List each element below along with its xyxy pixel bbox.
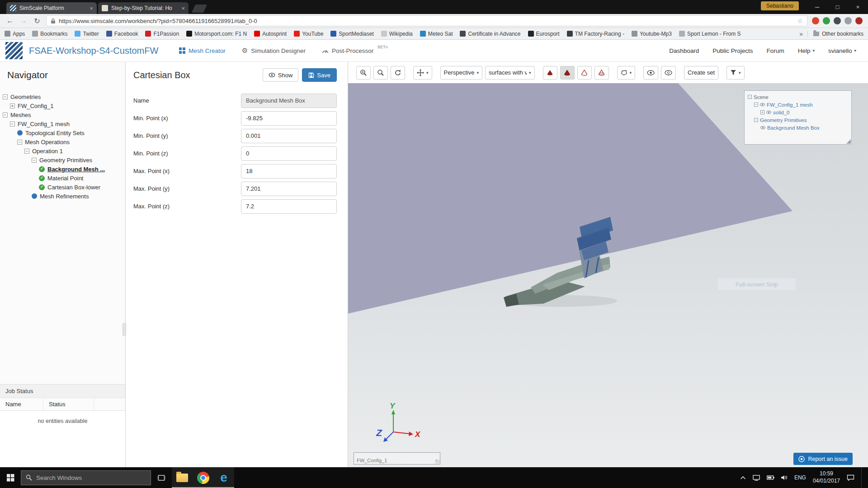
resize-handle[interactable] — [846, 139, 851, 144]
bookmarks-overflow-icon[interactable]: » — [795, 30, 807, 38]
report-issue-button[interactable]: Report an issue — [793, 453, 853, 465]
taskbar-clock[interactable]: 10:59 04/01/2017 — [813, 470, 840, 484]
bookmark-item[interactable]: Wikipedia — [381, 31, 413, 37]
scene-tree-item[interactable]: Background Mesh Box — [745, 124, 851, 131]
other-bookmarks-button[interactable]: Other bookmarks — [807, 31, 863, 37]
panel-resize-handle[interactable] — [123, 323, 126, 336]
render-wireframe-button[interactable] — [594, 66, 609, 80]
bookmark-item[interactable]: Meteo Sat — [420, 31, 453, 37]
hide-selection-button[interactable] — [643, 66, 658, 80]
tab-close-icon[interactable]: × — [90, 5, 93, 12]
render-mode-dropdown[interactable]: surfaces with v ▾ — [485, 66, 535, 80]
tree-item[interactable]: Meshes — [0, 110, 125, 119]
tree-item[interactable]: FW_Config_1 — [0, 101, 125, 110]
zoom-in-button[interactable] — [356, 66, 371, 80]
scene-tree-item[interactable]: FW_Config_1 mesh — [745, 101, 851, 108]
scene-tree-item[interactable]: solid_0 — [745, 108, 851, 116]
expander-icon[interactable] — [17, 140, 22, 145]
help-menu[interactable]: Help ▾ — [798, 47, 815, 54]
tree-item[interactable]: Topological Entity Sets — [0, 128, 125, 137]
tree-item[interactable]: Background Mesh ... — [0, 164, 125, 174]
tree-item[interactable]: Cartesian Box-lower — [0, 183, 125, 192]
save-button[interactable]: Save — [302, 68, 337, 82]
action-center-icon[interactable] — [847, 474, 854, 481]
tree-item[interactable]: FW_Config_1 mesh — [0, 119, 125, 128]
header-link[interactable]: Forum — [767, 47, 784, 54]
refresh-button[interactable] — [391, 66, 405, 80]
show-desktop-button[interactable] — [861, 467, 863, 488]
create-set-button[interactable]: Create set — [684, 66, 718, 80]
chrome-taskbar-button[interactable] — [193, 467, 213, 488]
visibility-eye-icon[interactable] — [766, 111, 771, 114]
edge-taskbar-button[interactable]: e — [213, 467, 234, 488]
bookmark-item[interactable]: YouTube — [294, 31, 323, 37]
volume-icon[interactable] — [781, 475, 788, 480]
close-button[interactable]: × — [848, 0, 868, 14]
show-button[interactable]: Show — [263, 68, 299, 82]
field-input[interactable] — [241, 94, 337, 108]
scene-tree-item[interactable]: Scene — [745, 93, 851, 101]
bookmark-item[interactable]: Youtube-Mp3 — [632, 31, 672, 37]
expander-icon[interactable] — [748, 95, 752, 99]
back-icon[interactable]: ← — [5, 17, 14, 25]
expander-icon[interactable] — [3, 94, 8, 99]
bookmark-item[interactable]: Eurosport — [528, 31, 560, 37]
selection-mode-dropdown[interactable]: ▾ — [617, 66, 636, 80]
bookmark-item[interactable]: Motorsport.com: F1 N — [186, 31, 247, 37]
field-input[interactable] — [241, 129, 337, 143]
filter-dropdown[interactable]: ▾ — [726, 66, 745, 80]
visibility-eye-icon[interactable] — [760, 126, 765, 129]
field-input[interactable] — [241, 199, 337, 214]
tree-item[interactable]: Geometries — [0, 92, 125, 101]
bookmark-item[interactable]: F1Passion — [145, 31, 179, 37]
header-link[interactable]: Public Projects — [712, 47, 753, 54]
tree-item[interactable]: Mesh Operations — [0, 137, 125, 146]
projection-dropdown[interactable]: Perspective ▾ — [440, 66, 482, 80]
bookmark-item[interactable]: Apps — [5, 31, 25, 37]
reload-icon[interactable]: ↻ — [33, 17, 42, 25]
visibility-eye-icon[interactable] — [760, 103, 765, 106]
render-outline-button[interactable] — [577, 66, 592, 80]
bookmark-item[interactable]: Facebook — [106, 31, 138, 37]
bookmark-item[interactable]: Bookmarks — [32, 31, 67, 37]
expander-icon[interactable] — [754, 103, 758, 107]
tree-item[interactable]: Geometry Primitives — [0, 155, 125, 164]
taskbar-search[interactable]: Search Windows — [21, 470, 151, 485]
tray-expand-icon[interactable] — [740, 476, 746, 480]
bookmark-item[interactable]: Twitter — [75, 31, 99, 37]
expander-icon[interactable] — [24, 149, 29, 154]
bookmark-item[interactable]: Certificate in Advance — [460, 31, 520, 37]
expander-icon[interactable] — [3, 113, 8, 117]
simscale-logo[interactable] — [5, 42, 23, 59]
zoom-fit-button[interactable] — [373, 66, 388, 80]
tab-post-processor[interactable]: Post-Processor BETA — [322, 40, 387, 61]
tab-close-icon[interactable]: × — [181, 5, 185, 12]
language-indicator[interactable]: ENG — [794, 474, 806, 481]
expander-icon[interactable] — [760, 110, 764, 114]
extension-icon[interactable] — [823, 17, 830, 24]
tree-item[interactable]: Mesh Refinements — [0, 192, 125, 201]
field-input[interactable] — [241, 146, 337, 161]
field-input[interactable] — [241, 111, 337, 126]
maximize-button[interactable]: □ — [827, 0, 848, 14]
3d-viewport-canvas[interactable]: Y X Z Scene — [348, 83, 868, 467]
task-view-button[interactable] — [151, 467, 172, 488]
start-button[interactable] — [0, 467, 21, 488]
extension-icon[interactable] — [844, 17, 852, 24]
resize-corner[interactable] — [435, 460, 439, 464]
tab-mesh-creator[interactable]: Mesh Creator — [179, 40, 226, 61]
scene-tree-item[interactable]: Geometry Primitives — [745, 116, 851, 124]
new-tab-button[interactable] — [192, 5, 207, 13]
field-input[interactable] — [241, 164, 337, 178]
forward-icon[interactable]: → — [19, 17, 28, 25]
url-input[interactable]: https://www.simscale.com/workbench/?pid=… — [46, 15, 807, 26]
bookmark-item[interactable]: TM Factory-Racing - — [567, 31, 624, 37]
tree-item[interactable]: Operation 1 — [0, 146, 125, 155]
browser-tab-tutorial[interactable]: Step-by-Step Tutorial: Ho × — [98, 2, 189, 14]
bookmark-item[interactable]: SportMediaset — [330, 31, 373, 37]
show-all-button[interactable] — [661, 66, 676, 80]
network-icon[interactable] — [753, 475, 760, 481]
battery-icon[interactable] — [767, 475, 774, 480]
tree-item[interactable]: Material Point — [0, 174, 125, 183]
browser-tab-simscale[interactable]: SimScale Platform × — [6, 2, 97, 14]
